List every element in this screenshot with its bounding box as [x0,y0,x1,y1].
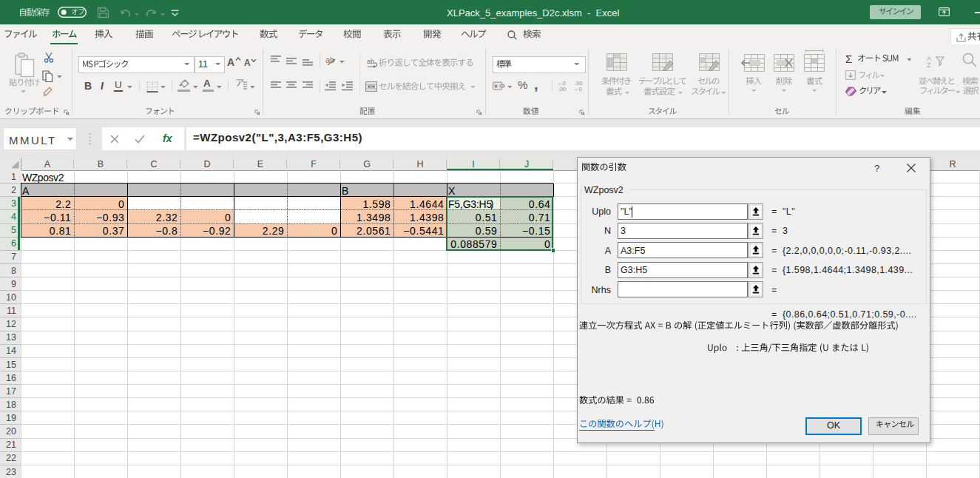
svg-text:→0: →0 [573,86,582,91]
svg-text:ab: ab [367,58,374,65]
svg-text:A: A [927,55,931,62]
svg-text:¥: ¥ [493,83,498,90]
svg-text:Z: Z [927,61,931,68]
svg-text:.00: .00 [558,86,566,91]
